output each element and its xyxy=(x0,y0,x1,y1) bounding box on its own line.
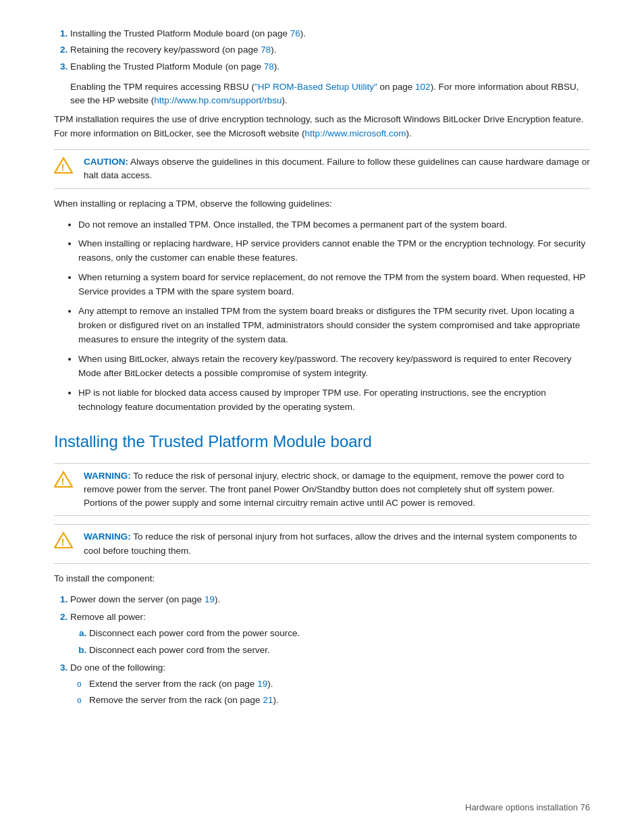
install-step-2-sub: Disconnect each power cord from the powe… xyxy=(70,627,590,657)
caution-box: ! CAUTION: Always observe the guidelines… xyxy=(54,149,590,189)
rbsu-page-link[interactable]: 102 xyxy=(415,82,431,92)
install-step-3-sub: Extend the server from the rack (on page… xyxy=(70,677,590,708)
page-footer: Hardware options installation 76 xyxy=(465,801,590,814)
step-3-link[interactable]: 78 xyxy=(264,61,274,72)
install-step-1: Power down the server (on page 19). xyxy=(70,593,590,606)
rbsu-note-text: Enabling the TPM requires accessing RBSU… xyxy=(70,82,579,105)
install-step-1-suffix: ). xyxy=(215,594,220,604)
footer-text: Hardware options installation 76 xyxy=(465,802,590,812)
rbsu-link[interactable]: "HP ROM-Based Setup Utility" xyxy=(254,82,377,92)
warning2-icon: ! xyxy=(54,531,74,554)
warning1-body: To reduce the risk of personal injury, e… xyxy=(84,471,564,509)
warning1-label: WARNING: xyxy=(84,471,131,481)
top-steps-list: Installing the Trusted Platform Module b… xyxy=(54,27,590,74)
warning1-box: ! WARNING: To reduce the risk of persona… xyxy=(54,463,590,517)
step-3-suffix: ). xyxy=(274,61,279,72)
triangle-warning-icon: ! xyxy=(54,156,73,175)
triangle-warning2-icon: ! xyxy=(54,531,73,550)
caution-body: Always observe the guidelines in this do… xyxy=(84,157,590,180)
triangle-warning1-icon: ! xyxy=(54,470,73,489)
step-2-link[interactable]: 78 xyxy=(261,45,271,55)
step-2-suffix: ). xyxy=(271,45,276,55)
install-intro: To install the component: xyxy=(54,572,590,586)
install-steps-list: Power down the server (on page 19). Remo… xyxy=(54,593,590,708)
step-2-text: Retaining the recovery key/password (on … xyxy=(70,45,261,55)
install-step-1-link[interactable]: 19 xyxy=(205,594,215,604)
warning2-body: To reduce the risk of personal injury fr… xyxy=(84,531,577,555)
step-1-link[interactable]: 76 xyxy=(290,28,300,38)
install-step-2b: Disconnect each power cord from the serv… xyxy=(89,644,590,657)
guideline-6: HP is not liable for blocked data access… xyxy=(78,386,590,415)
microsoft-link[interactable]: http://www.microsoft.com xyxy=(304,128,406,138)
step-1: Installing the Trusted Platform Module b… xyxy=(70,27,590,41)
guideline-3: When returning a system board for servic… xyxy=(78,271,590,299)
guideline-1: Do not remove an installed TPM. Once ins… xyxy=(78,218,590,232)
step-3-text: Enabling the Trusted Platform Module (on… xyxy=(70,61,264,72)
warning1-icon: ! xyxy=(54,470,74,493)
svg-text:!: ! xyxy=(61,537,65,548)
step-1-suffix: ). xyxy=(300,28,306,38)
caution-text: CAUTION: Always observe the guidelines i… xyxy=(84,155,590,183)
step-1-text: Installing the Trusted Platform Module b… xyxy=(70,28,290,38)
guidelines-list: Do not remove an installed TPM. Once ins… xyxy=(54,218,590,415)
install-step-2-text: Remove all power: xyxy=(70,612,146,622)
svg-text:!: ! xyxy=(61,476,65,487)
install-step-3-circle-1: Extend the server from the rack (on page… xyxy=(89,677,590,691)
tpm-note-para: TPM installation requires the use of dri… xyxy=(54,113,590,141)
guideline-5: When using BitLocker, always retain the … xyxy=(78,353,590,381)
warning2-box: ! WARNING: To reduce the risk of persona… xyxy=(54,524,590,564)
warning1-text: WARNING: To reduce the risk of personal … xyxy=(84,469,590,511)
install-step-3-text: Do one of the following: xyxy=(70,662,165,673)
section-heading: Installing the Trusted Platform Module b… xyxy=(54,429,590,454)
rbsu-url-link[interactable]: http://www.hp.com/support/rbsu xyxy=(154,95,281,105)
warning2-text: WARNING: To reduce the risk of personal … xyxy=(84,530,590,558)
caution-icon: ! xyxy=(54,156,74,179)
step-2: Retaining the recovery key/password (on … xyxy=(70,43,590,57)
warning2-label: WARNING: xyxy=(84,531,131,542)
install-step-3-circle-2: Remove the server from the rack (on page… xyxy=(89,694,590,707)
extend-link[interactable]: 19 xyxy=(257,679,267,689)
install-step-1-text: Power down the server (on page xyxy=(70,594,205,604)
guideline-2: When installing or replacing hardware, H… xyxy=(78,237,590,265)
rbsu-note: Enabling the TPM requires accessing RBSU… xyxy=(70,80,590,108)
page: Installing the Trusted Platform Module b… xyxy=(0,0,644,834)
remove-link[interactable]: 21 xyxy=(263,695,273,705)
install-step-2: Remove all power: Disconnect each power … xyxy=(70,610,590,657)
install-step-3: Do one of the following: Extend the serv… xyxy=(70,661,590,708)
guideline-4: Any attempt to remove an installed TPM f… xyxy=(78,305,590,347)
svg-text:!: ! xyxy=(61,162,65,173)
caution-label: CAUTION: xyxy=(84,157,128,167)
step-3: Enabling the Trusted Platform Module (on… xyxy=(70,60,590,74)
install-step-2a: Disconnect each power cord from the powe… xyxy=(89,627,590,640)
guidelines-intro: When installing or replacing a TPM, obse… xyxy=(54,197,590,211)
